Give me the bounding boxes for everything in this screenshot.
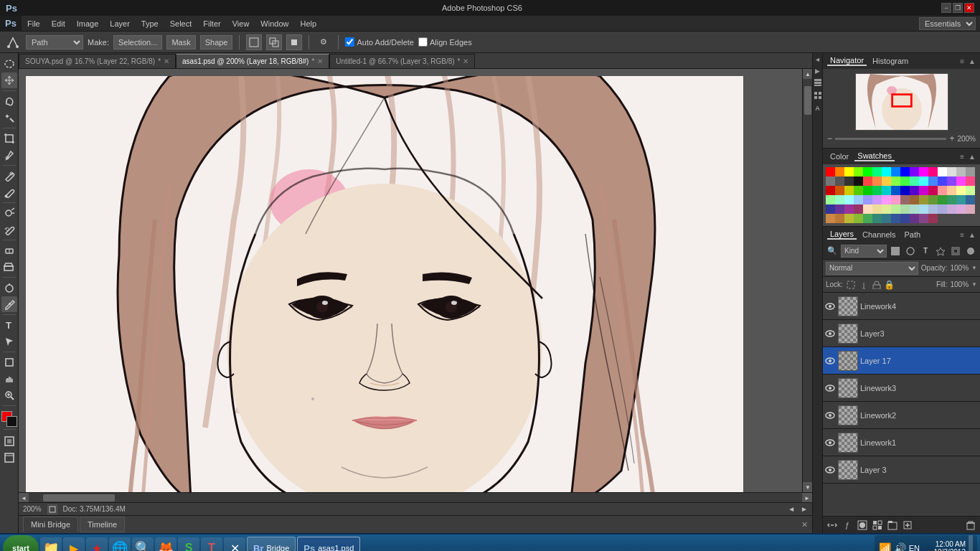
swatch-19[interactable] <box>854 176 863 186</box>
swatch-74[interactable] <box>919 204 928 214</box>
menu-edit[interactable]: Edit <box>46 18 71 29</box>
lock-position-icon[interactable] <box>872 280 882 290</box>
swatch-87[interactable] <box>891 214 900 223</box>
lasso-tool[interactable] <box>1 93 17 109</box>
shape-button[interactable]: Shape <box>200 35 233 50</box>
swatch-75[interactable] <box>928 204 938 214</box>
swatch-71[interactable] <box>891 204 900 214</box>
layer-item-2[interactable]: Layer3 <box>823 320 980 347</box>
shape-tool[interactable] <box>1 354 17 370</box>
swatches-tab[interactable]: Swatches <box>854 151 895 161</box>
swatch-63[interactable] <box>966 195 975 204</box>
swatch-10[interactable] <box>919 167 928 176</box>
healing-brush-tool[interactable] <box>1 168 17 184</box>
swatch-67[interactable] <box>854 204 863 214</box>
mask-button[interactable]: Mask <box>166 35 195 50</box>
brush-tool[interactable] <box>1 184 17 200</box>
swatch-43[interactable] <box>928 186 938 195</box>
tab-souya[interactable]: SOUYA.psd @ 16.7% (Layer 22, RGB/8) * ✕ <box>19 54 176 68</box>
menu-help[interactable]: Help <box>294 18 322 29</box>
timeline-backward[interactable]: ◄ <box>788 505 795 513</box>
horizontal-scroll-track[interactable] <box>29 493 802 502</box>
swatch-80[interactable] <box>826 214 835 223</box>
swatch-81[interactable] <box>835 214 844 223</box>
layers-filter-icon[interactable]: 🔍 <box>826 245 839 258</box>
swatch-73[interactable] <box>910 204 919 214</box>
path-tool-icon[interactable] <box>4 34 22 51</box>
filter-adjustment-icon[interactable] <box>904 245 917 258</box>
swatch-6[interactable] <box>882 167 891 176</box>
color-tab[interactable]: Color <box>827 152 852 161</box>
histogram-tab[interactable]: Histogram <box>870 57 911 65</box>
swatch-3[interactable] <box>854 167 863 176</box>
fill-arrow[interactable]: ▼ <box>971 281 977 288</box>
vertical-scroll-thumb[interactable] <box>804 86 811 115</box>
swatch-29[interactable] <box>947 176 956 186</box>
swatch-2[interactable] <box>844 167 854 176</box>
crop-tool[interactable] <box>1 131 17 146</box>
swatch-40[interactable] <box>900 186 910 195</box>
taskbar-icon-media[interactable]: ▶ <box>63 537 85 551</box>
zoom-minus[interactable]: − <box>827 133 832 143</box>
eraser-tool[interactable] <box>1 242 17 258</box>
layer-item-1[interactable]: Linework4 <box>823 293 980 320</box>
swatch-24[interactable] <box>900 176 910 186</box>
layer-visibility-6[interactable] <box>824 437 836 448</box>
swatch-54[interactable] <box>882 195 891 204</box>
show-desktop-button[interactable] <box>969 535 973 551</box>
layer-mask-icon[interactable] <box>856 519 869 532</box>
swatch-8[interactable] <box>900 167 910 176</box>
swatch-53[interactable] <box>872 195 882 204</box>
scroll-up-button[interactable]: ▲ <box>803 69 812 79</box>
blend-mode-select[interactable]: Normal Dissolve Multiply Screen Overlay <box>826 262 918 275</box>
horizontal-scrollbar[interactable]: ◄ ► <box>19 492 812 502</box>
navigator-panel-collapse[interactable]: ▲ <box>969 57 976 65</box>
color-panel-collapse[interactable]: ▲ <box>969 153 976 161</box>
menu-type[interactable]: Type <box>136 18 164 29</box>
swatch-51[interactable] <box>854 195 863 204</box>
menu-select[interactable]: Select <box>164 18 198 29</box>
swatch-55[interactable] <box>891 195 900 204</box>
dodge-tool[interactable] <box>1 280 17 296</box>
swatch-17[interactable] <box>835 176 844 186</box>
tray-icon-lang[interactable]: EN <box>909 544 920 551</box>
layers-filter-toggle[interactable] <box>964 245 977 258</box>
swatch-85[interactable] <box>872 214 882 223</box>
minimize-button[interactable]: − <box>941 3 951 13</box>
workspace-preset[interactable]: Essentials Design Painting <box>919 17 976 30</box>
swatch-88[interactable] <box>900 214 910 223</box>
close-tab-1[interactable]: ✕ <box>164 57 169 65</box>
swatch-33[interactable] <box>835 186 844 195</box>
align-edges-checkbox-label[interactable]: Align Edges <box>418 37 472 47</box>
path-type-select[interactable]: Path Shape Pixels <box>26 35 83 50</box>
menu-filter[interactable]: Filter <box>197 18 226 29</box>
swatch-7[interactable] <box>891 167 900 176</box>
swatch-26[interactable] <box>919 176 928 186</box>
swatch-52[interactable] <box>863 195 872 204</box>
auto-add-checkbox[interactable] <box>345 37 354 47</box>
scroll-left-button[interactable]: ◄ <box>19 493 29 503</box>
menu-view[interactable]: View <box>227 18 255 29</box>
filter-smart-icon[interactable] <box>949 245 962 258</box>
new-layer-icon[interactable] <box>901 519 914 532</box>
opacity-arrow[interactable]: ▼ <box>971 265 977 271</box>
swatch-30[interactable] <box>956 176 966 186</box>
swatch-76[interactable] <box>938 204 947 214</box>
scroll-down-button[interactable]: ▼ <box>803 482 812 492</box>
swatch-37[interactable] <box>872 186 882 195</box>
filter-shape-icon[interactable] <box>934 245 947 258</box>
selection-button[interactable]: Selection... <box>113 35 162 50</box>
swatch-78[interactable] <box>956 204 966 214</box>
taskbar-icon-star[interactable]: ★ <box>86 537 108 551</box>
layer-visibility-1[interactable] <box>824 301 836 312</box>
swatch-91[interactable] <box>928 214 938 223</box>
path-ops-icon3[interactable] <box>286 34 302 50</box>
swatch-20[interactable] <box>863 176 872 186</box>
filter-type-icon[interactable]: T <box>919 245 932 258</box>
swatch-42[interactable] <box>919 186 928 195</box>
swatch-0[interactable] <box>826 167 835 176</box>
layer-visibility-7[interactable] <box>824 464 836 476</box>
swatch-50[interactable] <box>844 195 854 204</box>
swatch-16[interactable] <box>826 176 835 186</box>
menu-window[interactable]: Window <box>255 18 294 29</box>
